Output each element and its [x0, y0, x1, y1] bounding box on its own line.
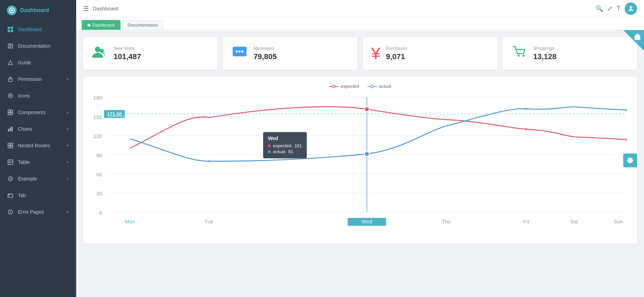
new-visits-info: New Visits 101,487: [114, 46, 141, 61]
tab-icon: [7, 192, 14, 199]
sidebar-item-components-label: Components: [18, 110, 66, 115]
purchases-info: Purchases 9,071: [386, 46, 407, 61]
sidebar-item-documentation[interactable]: Documentation: [0, 38, 76, 54]
svg-text:Wed: Wed: [361, 219, 372, 224]
dashboard-icon: [7, 26, 14, 33]
search-icon[interactable]: 🔍: [596, 5, 603, 12]
svg-text:120: 120: [93, 133, 102, 139]
table-icon: [7, 159, 14, 166]
svg-rect-5: [11, 30, 13, 32]
documentation-icon: [7, 43, 14, 49]
topbar: ☰ Dashboard 🔍 ⤢ T: [76, 0, 644, 17]
legend-actual-label: actual: [379, 84, 391, 89]
example-icon: [7, 175, 14, 182]
svg-text:Sat: Sat: [570, 219, 578, 224]
hamburger-icon[interactable]: ☰: [83, 5, 89, 12]
messages-label: Messages: [253, 46, 277, 51]
shoppings-icon: [511, 44, 528, 63]
sidebar-item-charts[interactable]: Charts ▼: [0, 121, 76, 137]
corner-icon: [634, 33, 641, 42]
purchases-value: 9,071: [386, 52, 407, 61]
svg-text:0: 0: [99, 210, 102, 216]
svg-text:90: 90: [96, 152, 102, 158]
logo-icon: [7, 6, 17, 15]
sidebar-item-documentation-label: Documentation: [18, 43, 69, 49]
content-area: New Visits 101,487 Messages 79,805: [76, 30, 644, 297]
svg-rect-17: [8, 143, 10, 145]
stats-row: New Visits 101,487 Messages 79,805: [83, 37, 637, 70]
stat-card-messages: Messages 79,805: [223, 37, 357, 70]
svg-point-30: [95, 47, 100, 52]
svg-rect-16: [11, 127, 12, 131]
sidebar-item-tab[interactable]: Tab: [0, 187, 76, 204]
guide-icon: [7, 59, 14, 66]
sidebar-item-tab-label: Tab: [18, 193, 69, 198]
stat-card-shoppings: Shoppings 13,128: [503, 37, 637, 70]
svg-point-70: [365, 151, 369, 156]
table-arrow: ▼: [66, 160, 69, 164]
sidebar-item-nested-routes[interactable]: Nested Routes ▼: [0, 137, 76, 154]
new-visits-label: New Visits: [114, 46, 141, 51]
sidebar-item-charts-label: Charts: [18, 126, 66, 132]
new-visits-value: 101,487: [114, 52, 141, 61]
sidebar-item-components[interactable]: Components ▼: [0, 104, 76, 121]
legend-expected-label: expected: [341, 84, 359, 89]
shoppings-info: Shoppings 13,128: [533, 46, 556, 61]
tab-documentation[interactable]: Documentation: [122, 20, 164, 30]
svg-point-73: [525, 108, 527, 110]
charts-arrow: ▼: [66, 127, 69, 131]
svg-point-74: [625, 109, 627, 111]
svg-point-71: [525, 128, 527, 130]
svg-point-34: [239, 50, 241, 53]
sidebar-item-table[interactable]: Table ▼: [0, 154, 76, 170]
svg-text:Mon: Mon: [125, 219, 135, 224]
logo-text: Dashboard: [20, 7, 49, 13]
sidebar-item-guide[interactable]: Guide: [0, 54, 76, 71]
sidebar-item-dashboard[interactable]: Dashboard: [0, 21, 76, 38]
error-pages-arrow: ▼: [66, 210, 69, 214]
shoppings-value: 13,128: [533, 52, 556, 61]
messages-icon: [231, 44, 248, 63]
tab-dashboard[interactable]: Dashboard: [82, 20, 120, 30]
svg-point-41: [371, 85, 374, 88]
avatar[interactable]: [625, 2, 637, 15]
fullscreen-icon[interactable]: ⤢: [607, 5, 612, 12]
svg-point-1: [11, 9, 13, 11]
example-arrow: ▼: [66, 177, 69, 181]
svg-rect-11: [11, 110, 13, 112]
settings-button[interactable]: [623, 154, 637, 167]
sidebar-item-icons[interactable]: Icons: [0, 87, 76, 104]
tabs-bar: Dashboard Documentation: [76, 17, 644, 30]
svg-rect-19: [8, 146, 10, 148]
components-arrow: ▼: [66, 111, 69, 114]
topbar-left: ☰ Dashboard: [83, 5, 118, 12]
nested-routes-arrow: ▼: [66, 144, 69, 148]
purchases-label: Purchases: [386, 46, 407, 51]
legend-actual: actual: [367, 84, 391, 89]
font-icon[interactable]: T: [617, 5, 620, 12]
sidebar-item-example[interactable]: Example ▼: [0, 170, 76, 187]
svg-rect-26: [8, 194, 13, 197]
sidebar-item-permission[interactable]: Permission ▼: [0, 71, 76, 87]
new-visits-icon: [91, 44, 108, 63]
sidebar-logo: Dashboard: [0, 0, 76, 21]
svg-text:Sun: Sun: [614, 219, 623, 224]
sidebar-item-example-label: Example: [18, 176, 66, 182]
chart-legend: expected actual: [90, 84, 630, 89]
permission-icon: [7, 76, 14, 83]
error-pages-icon: [7, 208, 14, 215]
sidebar-item-error-pages-label: Error Pages: [18, 209, 66, 215]
svg-point-25: [8, 177, 12, 181]
svg-text:Fri: Fri: [523, 219, 529, 224]
svg-point-31: [100, 49, 104, 53]
main-area: ☰ Dashboard 🔍 ⤢ T Dashboard Documentatio…: [76, 0, 644, 297]
nested-routes-icon: [7, 142, 14, 149]
sidebar-item-nested-routes-label: Nested Routes: [18, 143, 66, 148]
svg-point-69: [365, 107, 369, 112]
svg-text:150: 150: [93, 114, 102, 120]
purchases-icon: ¥: [371, 45, 381, 62]
svg-rect-15: [10, 128, 11, 131]
svg-point-39: [332, 85, 335, 88]
sidebar-item-error-pages[interactable]: Error Pages ▼: [0, 204, 76, 220]
sidebar-item-icons-label: Icons: [18, 93, 69, 99]
